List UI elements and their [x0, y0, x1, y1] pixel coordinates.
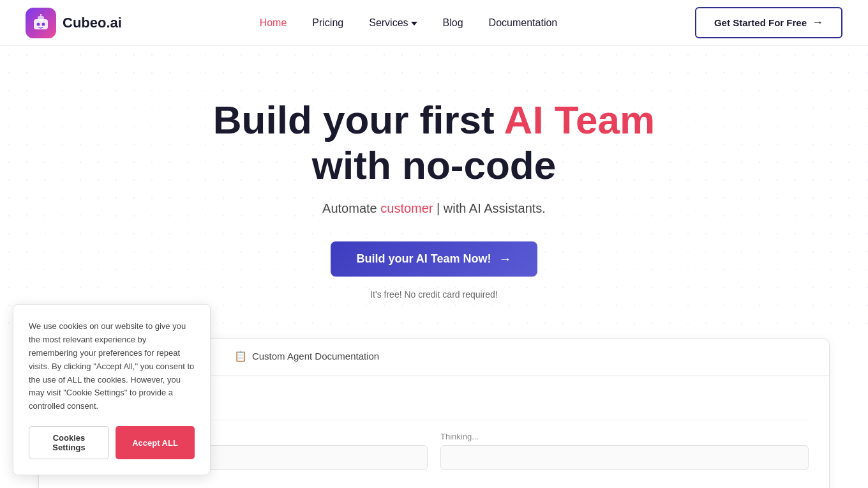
cookie-banner: We use cookies on our website to give yo…	[13, 304, 211, 475]
nav-link-services[interactable]: Services	[369, 17, 417, 29]
hero-cta-button[interactable]: Build your AI Team Now! →	[331, 241, 537, 277]
hero-section: Build your first AI Team with no-code Au…	[0, 46, 868, 338]
svg-rect-1	[38, 16, 44, 21]
svg-point-3	[42, 22, 45, 26]
nav-item-services[interactable]: Services	[369, 17, 417, 29]
tab-custom-agent[interactable]: 📋 Custom Agent Documentation	[234, 339, 379, 376]
nav-link-documentation[interactable]: Documentation	[489, 17, 558, 28]
logo[interactable]: Cubeo.ai	[26, 8, 122, 38]
get-started-button[interactable]: Get Started For Free →	[695, 7, 842, 38]
chevron-down-icon	[411, 22, 417, 26]
nav-link-pricing[interactable]: Pricing	[312, 17, 343, 28]
cookie-buttons: Cookies Settings Accept ALL	[29, 426, 195, 459]
nav-link-blog[interactable]: Blog	[443, 17, 463, 28]
nav-item-pricing[interactable]: Pricing	[312, 17, 343, 29]
cookie-accept-button[interactable]: Accept ALL	[116, 426, 195, 459]
cookie-settings-button[interactable]: Cookies Settings	[29, 426, 109, 459]
cookie-text: We use cookies on our website to give yo…	[29, 320, 195, 413]
hero-subtext: Automate customer | with AI Assistants.	[13, 201, 855, 216]
navbar: Cubeo.ai Home Pricing Services Blog Docu…	[0, 0, 868, 46]
hero-heading: Build your first AI Team with no-code	[13, 97, 855, 188]
nav-item-home[interactable]: Home	[260, 17, 287, 29]
hero-arrow-icon: →	[499, 252, 512, 266]
hero-cta-container: Build your AI Team Now! →	[13, 241, 855, 286]
thinking-input[interactable]	[440, 445, 809, 470]
nav-links: Home Pricing Services Blog Documentation	[260, 17, 558, 29]
svg-point-2	[37, 22, 40, 26]
hero-content: Build your first AI Team with no-code Au…	[13, 97, 855, 300]
nav-item-blog[interactable]: Blog	[443, 17, 463, 29]
hero-free-note: It's free! No credit card required!	[13, 289, 855, 300]
arrow-icon: →	[812, 16, 823, 29]
logo-text: Cubeo.ai	[63, 15, 122, 31]
nav-link-home[interactable]: Home	[260, 17, 287, 28]
logo-icon	[26, 8, 56, 38]
nav-item-documentation[interactable]: Documentation	[489, 17, 558, 29]
thinking-field-container: Thinking...	[440, 432, 809, 470]
thinking-label: Thinking...	[440, 432, 809, 441]
tab-custom-agent-icon: 📋	[234, 350, 247, 362]
